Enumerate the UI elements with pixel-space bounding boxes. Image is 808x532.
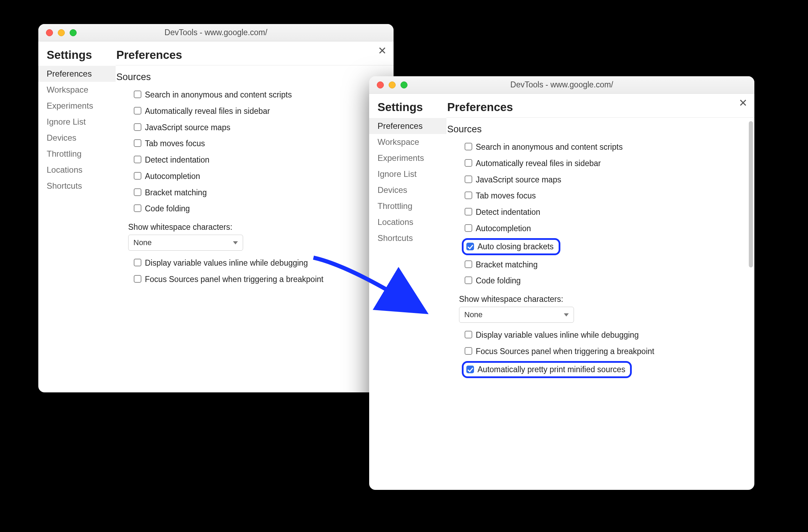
zoom-window-icon[interactable]: [70, 29, 77, 36]
preference-option: Tab moves focus: [447, 188, 745, 204]
window-title: DevTools - www.google.com/: [38, 28, 394, 37]
checkbox[interactable]: [466, 243, 474, 250]
sidebar-item-shortcuts[interactable]: Shortcuts: [38, 178, 116, 194]
titlebar[interactable]: DevTools - www.google.com/: [38, 24, 394, 41]
checkbox[interactable]: [465, 159, 472, 167]
sidebar-item-experiments[interactable]: Experiments: [369, 150, 446, 166]
option-label: Display variable values inline while deb…: [476, 330, 639, 340]
sidebar-item-locations[interactable]: Locations: [369, 214, 446, 230]
option-label: Display variable values inline while deb…: [145, 258, 308, 268]
checkbox[interactable]: [465, 224, 472, 232]
option-label: Focus Sources panel when triggering a br…: [476, 346, 654, 357]
minimize-window-icon[interactable]: [389, 81, 396, 88]
close-window-icon[interactable]: [46, 29, 53, 36]
preference-option: Autocompletion: [116, 168, 384, 185]
checkbox[interactable]: [465, 347, 472, 355]
checkbox[interactable]: [134, 188, 141, 196]
whitespace-dropdown[interactable]: None: [128, 235, 243, 251]
checkbox[interactable]: [465, 260, 472, 268]
preferences-content: SourcesSearch in anonymous and content s…: [116, 65, 394, 392]
preference-option: JavaScript source maps: [447, 172, 745, 188]
sidebar-item-throttling[interactable]: Throttling: [369, 198, 446, 214]
checkbox[interactable]: [465, 331, 472, 338]
option-label: Automatically reveal files in sidebar: [476, 158, 601, 169]
checkbox[interactable]: [134, 204, 141, 212]
checkbox[interactable]: [134, 107, 141, 115]
option-label: Code folding: [145, 204, 190, 214]
sidebar-item-shortcuts[interactable]: Shortcuts: [369, 230, 446, 246]
option-label: Code folding: [476, 276, 521, 286]
sidebar-item-devices[interactable]: Devices: [38, 130, 116, 146]
preference-option: Code folding: [447, 273, 745, 289]
sidebar-item-throttling[interactable]: Throttling: [38, 146, 116, 162]
settings-heading: Settings: [369, 101, 446, 117]
dropdown-value: None: [133, 238, 152, 247]
sidebar-item-ignore-list[interactable]: Ignore List: [369, 166, 446, 182]
preferences-content: SourcesSearch in anonymous and content s…: [446, 117, 754, 490]
settings-sidebar: PreferencesWorkspaceExperimentsIgnore Li…: [38, 65, 116, 392]
sidebar-item-workspace[interactable]: Workspace: [369, 134, 446, 150]
highlighted-option: Automatically pretty print minified sour…: [462, 361, 632, 378]
checkbox[interactable]: [134, 91, 141, 98]
settings-heading: Settings: [38, 48, 116, 65]
option-label: Tab moves focus: [145, 139, 205, 149]
close-settings-button[interactable]: ✕: [378, 46, 387, 56]
preference-option: Tab moves focus: [116, 135, 384, 152]
titlebar[interactable]: DevTools - www.google.com/: [369, 76, 754, 94]
option-label: Focus Sources panel when triggering a br…: [145, 274, 324, 284]
highlighted-option: Auto closing brackets: [462, 238, 560, 255]
preferences-heading: Preferences: [116, 48, 394, 65]
option-label: Search in anonymous and content scripts: [476, 142, 623, 152]
preference-option: Bracket matching: [116, 185, 384, 201]
option-label: Tab moves focus: [476, 191, 536, 201]
sidebar-item-preferences[interactable]: Preferences: [38, 66, 116, 82]
checkbox[interactable]: [465, 208, 472, 216]
sidebar-item-devices[interactable]: Devices: [369, 182, 446, 198]
checkbox[interactable]: [465, 143, 472, 150]
preference-option: Automatically reveal files in sidebar: [116, 103, 384, 119]
checkbox[interactable]: [134, 275, 141, 283]
checkbox[interactable]: [465, 191, 472, 199]
preference-option: Automatically reveal files in sidebar: [447, 155, 745, 172]
preference-option: Focus Sources panel when triggering a br…: [447, 343, 745, 360]
checkbox[interactable]: [134, 172, 141, 180]
option-label: Search in anonymous and content scripts: [145, 90, 292, 100]
option-label: Detect indentation: [145, 155, 209, 165]
window-title: DevTools - www.google.com/: [369, 80, 754, 89]
option-label: Bracket matching: [145, 188, 207, 198]
chevron-down-icon: [233, 241, 238, 244]
chevron-down-icon: [564, 313, 569, 316]
sidebar-item-preferences[interactable]: Preferences: [369, 118, 446, 134]
checkbox[interactable]: [466, 366, 474, 373]
devtools-window-before: DevTools - www.google.com/ ✕ Settings Pr…: [38, 24, 394, 392]
traffic-lights: [38, 29, 77, 36]
preference-option: Search in anonymous and content scripts: [447, 139, 745, 155]
option-label: Bracket matching: [476, 260, 538, 270]
checkbox[interactable]: [134, 156, 141, 163]
checkbox[interactable]: [134, 123, 141, 131]
preference-option: Bracket matching: [447, 257, 745, 273]
preference-option: Display variable values inline while deb…: [116, 255, 384, 271]
sidebar-item-ignore-list[interactable]: Ignore List: [38, 114, 116, 130]
checkbox[interactable]: [465, 276, 472, 284]
close-settings-button[interactable]: ✕: [739, 98, 747, 108]
minimize-window-icon[interactable]: [58, 29, 65, 36]
option-label: Automatically pretty print minified sour…: [477, 365, 625, 374]
section-heading-sources: Sources: [447, 123, 745, 139]
sidebar-item-locations[interactable]: Locations: [38, 162, 116, 178]
checkbox[interactable]: [134, 139, 141, 147]
devtools-window-after: DevTools - www.google.com/ ✕ Settings Pr…: [369, 76, 754, 490]
preference-option: Detect indentation: [116, 152, 384, 168]
whitespace-dropdown[interactable]: None: [459, 307, 574, 323]
preferences-heading: Preferences: [446, 101, 754, 117]
zoom-window-icon[interactable]: [401, 81, 407, 88]
close-window-icon[interactable]: [377, 81, 384, 88]
sidebar-item-experiments[interactable]: Experiments: [38, 98, 116, 114]
traffic-lights: [369, 81, 407, 88]
dropdown-label: Show whitespace characters:: [447, 289, 745, 307]
sidebar-item-workspace[interactable]: Workspace: [38, 82, 116, 98]
option-label: Autocompletion: [145, 171, 200, 181]
scrollbar-thumb[interactable]: [749, 121, 753, 267]
checkbox[interactable]: [465, 175, 472, 183]
checkbox[interactable]: [134, 259, 141, 266]
